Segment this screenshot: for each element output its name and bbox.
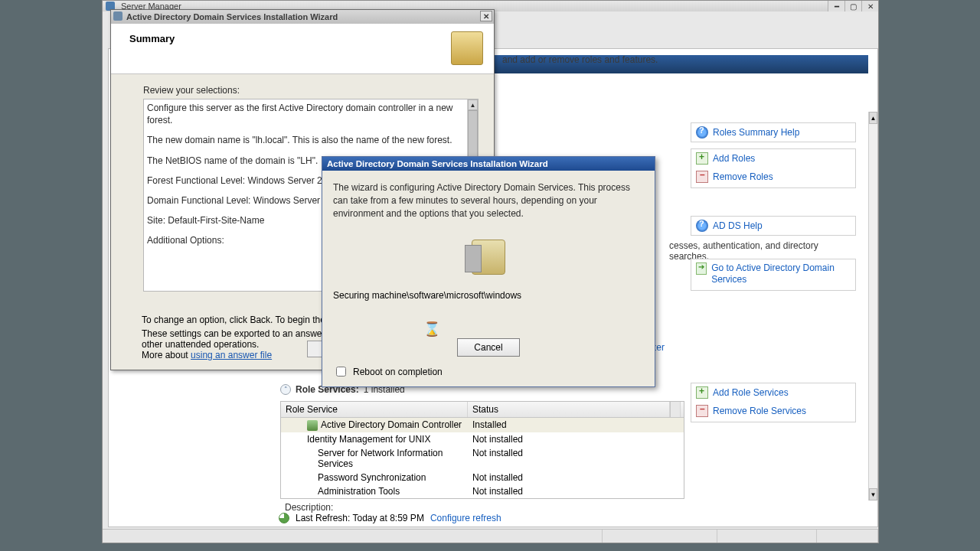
adds-help-link[interactable]: AD DS Help	[691, 217, 855, 235]
col-role-service[interactable]: Role Service	[281, 402, 468, 417]
role-status: Not installed	[468, 446, 670, 471]
role-name: Identity Management for UNIX	[307, 434, 430, 445]
go-adds-box: Go to Active Directory Domain Services	[691, 259, 856, 291]
hourglass-icon: ⌛	[423, 321, 440, 337]
go-icon	[696, 262, 707, 275]
reboot-on-completion[interactable]: Reboot on completion	[333, 364, 443, 379]
role-status: Not installed	[468, 471, 670, 484]
roles-summary-help-link[interactable]: Roles Summary Help	[691, 123, 855, 142]
role-name: Server for Network Information Services	[318, 448, 443, 469]
last-refresh-text: Last Refresh: Today at 8:59 PM	[296, 513, 424, 523]
book-icon	[451, 31, 483, 65]
cancel-button[interactable]: Cancel	[457, 338, 520, 357]
remove-icon	[696, 171, 708, 183]
summary-line: Configure this server as the first Activ…	[147, 102, 466, 126]
remove-icon	[696, 405, 708, 417]
adds-help-label: AD DS Help	[713, 220, 763, 231]
role-services-actions-box: Add Role Services Remove Role Services	[691, 383, 856, 422]
scroll-down-icon[interactable]: ▼	[869, 488, 877, 500]
add-icon	[696, 152, 708, 165]
reboot-checkbox[interactable]	[336, 367, 346, 377]
role-name: Active Directory Domain Controller	[321, 419, 462, 430]
summary-line: The new domain name is "lh.local". This …	[147, 134, 466, 146]
scroll-up-icon[interactable]: ▲	[869, 112, 877, 124]
review-label: Review your selections:	[143, 85, 479, 96]
reboot-label: Reboot on completion	[353, 367, 443, 377]
help-icon	[696, 220, 708, 232]
role-services-table: Role Service Status Active Directory Dom…	[280, 401, 684, 499]
remove-role-services-link[interactable]: Remove Role Services	[691, 402, 855, 420]
answer-file-link[interactable]: using an answer file	[191, 350, 272, 360]
maximize-button[interactable]: ▢	[844, 1, 861, 11]
table-row[interactable]: Identity Management for UNIXNot installe…	[281, 432, 684, 446]
role-status: Installed	[468, 418, 670, 432]
add-roles-link[interactable]: Add Roles	[691, 149, 855, 168]
refresh-icon	[279, 513, 289, 523]
roles-actions-box: Add Roles Remove Roles	[691, 148, 856, 188]
content-scrollbar[interactable]: ▲ ▼	[868, 112, 877, 500]
remove-roles-link[interactable]: Remove Roles	[691, 168, 855, 186]
role-services-section: ˄ Role Services: 1 installed Role Servic…	[280, 383, 684, 513]
add-role-services-link[interactable]: Add Role Services	[691, 383, 855, 402]
table-row[interactable]: Server for Network Information ServicesN…	[281, 446, 684, 471]
role-status: Not installed	[468, 484, 670, 498]
description-label: Description:	[280, 499, 684, 513]
progress-title: Active Directory Domain Services Install…	[327, 159, 548, 168]
window-close-button[interactable]: ✕	[861, 1, 878, 11]
window-status-strip	[103, 529, 878, 543]
adds-progress-dialog: Active Directory Domain Services Install…	[322, 156, 655, 387]
add-role-services-label: Add Role Services	[713, 387, 789, 398]
table-row[interactable]: Password SynchronizationNot installed	[281, 471, 684, 484]
server-book-icon	[472, 240, 505, 275]
progress-body: The wizard is configuring Active Directo…	[322, 171, 655, 275]
change-hint: To change an option, click Back. To begi…	[142, 315, 338, 325]
wizard-heading: Summary	[129, 33, 175, 44]
progress-titlebar[interactable]: Active Directory Domain Services Install…	[322, 157, 655, 171]
progress-message: The wizard is configuring Active Directo…	[333, 181, 644, 220]
page-description-fragment: and add or remove roles and features.	[502, 54, 658, 65]
role-name: Administration Tools	[318, 486, 400, 497]
col-status[interactable]: Status	[468, 402, 670, 417]
status-bar: Last Refresh: Today at 8:59 PM Configure…	[279, 513, 501, 523]
role-name: Password Synchronization	[318, 472, 426, 483]
add-roles-label: Add Roles	[713, 153, 755, 164]
role-installed-icon	[307, 420, 318, 431]
help-icon	[696, 126, 708, 139]
progress-status-text: Securing machine\software\microsoft\wind…	[322, 290, 655, 301]
go-adds-label: Go to Active Directory Domain Services	[711, 262, 851, 285]
wizard-header: Summary	[111, 24, 494, 74]
minimize-button[interactable]: ━	[828, 1, 844, 11]
add-icon	[696, 386, 708, 399]
roles-help-label: Roles Summary Help	[713, 127, 799, 138]
table-scroll-header	[670, 402, 681, 417]
wizard-title: Active Directory Domain Services Install…	[126, 12, 338, 21]
roles-summary-help-box: Roles Summary Help	[691, 122, 856, 142]
remove-roles-label: Remove Roles	[713, 171, 773, 182]
wizard-icon	[113, 11, 122, 21]
remove-role-services-label: Remove Role Services	[713, 406, 806, 416]
go-adds-link[interactable]: Go to Active Directory Domain Services	[691, 259, 855, 289]
role-status: Not installed	[468, 432, 670, 446]
table-row[interactable]: Active Directory Domain ControllerInstal…	[281, 418, 684, 432]
adds-help-box: AD DS Help	[691, 216, 856, 236]
wizard-close-button[interactable]: ✕	[480, 11, 492, 21]
collapse-icon[interactable]: ˄	[280, 384, 291, 395]
table-header: Role Service Status	[281, 402, 684, 418]
table-row[interactable]: Administration ToolsNot installed	[281, 484, 684, 498]
scroll-up-icon[interactable]: ▲	[468, 99, 478, 110]
wizard-titlebar[interactable]: Active Directory Domain Services Install…	[111, 10, 494, 24]
configure-refresh-link[interactable]: Configure refresh	[430, 513, 501, 523]
